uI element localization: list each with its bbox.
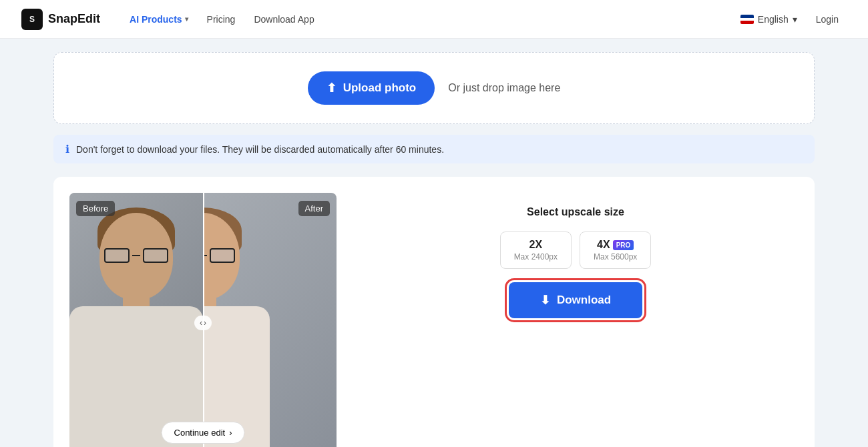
nav-label-ai-products: AI Products xyxy=(130,14,182,25)
logo-text: SnapEdit xyxy=(48,12,100,26)
nav-label-download-app: Download App xyxy=(254,14,314,25)
right-panel: Select upscale size 2X Max 2400px 4X PRO… xyxy=(353,193,799,332)
upload-icon: ⬆ xyxy=(327,81,337,95)
select-size-label: Select upscale size xyxy=(527,206,624,218)
logo-icon: S xyxy=(21,9,43,30)
size-options: 2X Max 2400px 4X PRO Max 5600px xyxy=(500,232,652,269)
navbar-nav: AI Products ▾ Pricing Download App xyxy=(122,10,740,29)
continue-edit-label: Continue edit xyxy=(174,428,226,438)
nav-item-download-app[interactable]: Download App xyxy=(246,10,322,29)
upload-button-label: Upload photo xyxy=(343,81,417,95)
glass-right-before xyxy=(143,248,168,263)
nav-item-ai-products[interactable]: AI Products ▾ xyxy=(122,10,196,29)
info-bar: ℹ Don't forget to download your files. T… xyxy=(53,135,815,163)
size-2x-label: 2X xyxy=(514,239,558,251)
upload-photo-button[interactable]: ⬆ Upload photo xyxy=(308,71,435,105)
nav-label-pricing: Pricing xyxy=(207,14,236,25)
size-option-4x[interactable]: 4X PRO Max 5600px xyxy=(580,232,651,269)
continue-edit-button[interactable]: Continue edit › xyxy=(162,422,245,444)
navbar: S SnapEdit AI Products ▾ Pricing Downloa… xyxy=(0,0,868,39)
glass-right xyxy=(210,248,235,263)
size-4x-px: Max 5600px xyxy=(594,252,637,262)
upload-area: ⬆ Upload photo Or just drop image here xyxy=(53,52,815,124)
login-button[interactable]: Login xyxy=(808,10,847,29)
info-message: Don't forget to download your files. The… xyxy=(76,144,444,155)
size-4x-label: 4X PRO xyxy=(594,239,637,251)
page-content: ⬆ Upload photo Or just drop image here ℹ… xyxy=(0,39,868,447)
after-label: After xyxy=(298,201,330,216)
arrow-left-icon: ‹ xyxy=(200,318,202,328)
image-compare-wrapper: ‹ › Before After Continue edit › xyxy=(69,193,337,447)
size-2x-px: Max 2400px xyxy=(514,252,558,262)
logo[interactable]: S SnapEdit xyxy=(21,9,100,30)
language-selector[interactable]: English ▾ xyxy=(740,14,797,25)
before-image xyxy=(69,193,203,447)
lang-chevron-icon: ▾ xyxy=(793,14,797,25)
download-button[interactable]: ⬇ Download xyxy=(509,282,642,318)
nav-item-pricing[interactable]: Pricing xyxy=(199,10,244,29)
navbar-right: English ▾ Login xyxy=(740,10,847,29)
flag-icon xyxy=(740,15,754,24)
language-label: English xyxy=(758,14,789,25)
compare-handle[interactable]: ‹ › xyxy=(194,316,212,330)
download-icon: ⬇ xyxy=(540,293,550,308)
continue-edit-arrow-icon: › xyxy=(229,428,232,438)
glasses-before xyxy=(104,248,168,264)
comparison-section: ‹ › Before After Continue edit › Select … xyxy=(53,177,815,447)
size-option-2x[interactable]: 2X Max 2400px xyxy=(500,232,572,269)
compare-container: ‹ › Before After Continue edit › xyxy=(69,193,337,447)
info-icon: ℹ xyxy=(65,143,69,155)
drop-text: Or just drop image here xyxy=(448,82,560,94)
chevron-down-icon: ▾ xyxy=(185,15,188,23)
arrow-right-icon: › xyxy=(204,318,206,328)
download-label: Download xyxy=(557,294,611,307)
pro-badge: PRO xyxy=(613,240,634,250)
person-figure-before xyxy=(69,213,203,447)
head-before xyxy=(99,213,173,300)
before-label: Before xyxy=(76,201,115,216)
glasses-bridge-before xyxy=(132,255,140,256)
glass-left-before xyxy=(104,248,130,263)
